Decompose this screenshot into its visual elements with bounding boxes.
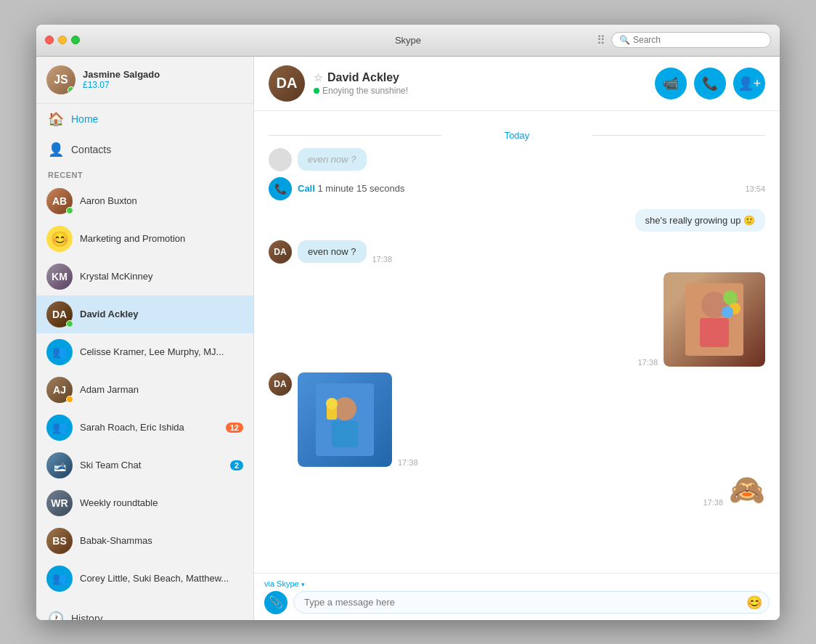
chat-header-actions: 📹 📞 👤+ [655,68,765,99]
via-skype: via Skype ▾ [264,579,770,588]
call-text: Call 1 minute 15 seconds [298,183,404,194]
message-input[interactable] [293,591,770,614]
contact-avatar: BS [46,528,73,554]
chat-avatar: DA [269,65,305,102]
call-row: 📞 Call 1 minute 15 seconds 13:54 [269,177,765,200]
sidebar-item-home[interactable]: 🏠 Home [36,104,253,134]
avatar-image: WR [46,490,73,516]
titlebar-search-area: ⠿ 🔍 [597,32,771,48]
voice-call-button[interactable]: 📞 [694,68,726,99]
message-row: 17:38 🙈 [269,473,765,507]
add-contact-button[interactable]: 👤+ [733,68,765,99]
avatar-image: 🎿 [46,452,73,478]
contact-avatar: WR [46,490,73,516]
badge: 2 [230,460,243,470]
message-bubble: she's really growing up 🙂 [635,209,765,232]
list-item[interactable]: 👥 Corey Little, Suki Beach, Matthew... [36,560,253,598]
status-dot [66,207,73,214]
contact-name: David Ackley [80,309,243,319]
list-item[interactable]: AB Aaron Buxton [36,182,253,220]
window-title: Skype [395,35,421,46]
sidebar-item-history[interactable]: 🕐 History [36,603,253,620]
dropdown-arrow-icon[interactable]: ▾ [301,581,305,588]
badge: 12 [226,423,243,433]
list-item[interactable]: 😊 Marketing and Promotion [36,220,253,258]
list-item[interactable]: BS Babak-Shammas [36,522,253,560]
contact-avatar: AJ [46,377,73,403]
minimize-button[interactable] [58,36,67,44]
emoji-button[interactable]: 😊 [746,595,762,611]
online-dot [314,88,319,94]
svg-point-3 [723,290,738,305]
list-item[interactable]: DA David Ackley [36,295,253,333]
input-wrapper: 😊 [293,591,770,614]
online-status-dot [68,86,75,94]
chat-header-info: ☆ David Ackley Enoying the sunshine! [314,71,655,96]
msg-avatar: DA [269,372,292,396]
message-time: 17:38 [372,255,393,264]
video-call-button[interactable]: 📹 [655,68,687,99]
contact-avatar: 👥 [46,415,73,441]
call-icon: 📞 [269,177,292,200]
message-row: DA even now ? 17:38 [269,240,765,264]
traffic-lights [45,36,80,44]
list-item[interactable]: 🎿 Ski Team Chat 2 [36,447,253,484]
contact-name: Corey Little, Suki Beach, Matthew... [80,573,243,584]
svg-point-10 [326,398,338,409]
message-bubble: even now ? [298,240,367,263]
message-row: DA [269,372,765,467]
message-bubble: even now ? [298,148,367,171]
search-input[interactable] [633,35,763,45]
chat-messages: Today even now ? 📞 Call 1 minute 15 seco… [254,111,780,573]
contact-avatar: KM [46,264,73,290]
search-box[interactable]: 🔍 [611,32,771,48]
message-row: she's really growing up 🙂 [269,209,765,232]
sidebar-item-contacts[interactable]: 👤 Contacts [36,134,253,165]
avatar-image: 👥 [46,415,73,441]
home-label: Home [71,113,98,125]
contact-avatar: 😊 [46,226,73,252]
history-label: History [71,613,103,620]
list-item[interactable]: 👥 Sarah Roach, Eric Ishida 12 [36,409,253,447]
photo-placeholder [298,372,392,467]
home-icon: 🏠 [48,111,64,127]
status-dot [66,396,73,403]
avatar: JS [46,65,76,94]
contact-name: Weekly roundtable [80,497,243,508]
list-item[interactable]: KM Krystal McKinney [36,258,253,295]
photo-message [664,272,765,367]
message-time: 17:38 [637,358,658,367]
contact-name: Celisse Kramer, Lee Murphy, MJ... [80,346,243,357]
close-button[interactable] [45,36,54,44]
svg-point-5 [722,306,733,318]
phone-icon: 📞 [702,76,718,91]
user-credit: £13.07 [83,80,243,90]
sidebar: JS Jasmine Salgado £13.07 🏠 Home 👤 Conta… [36,57,254,620]
grid-icon[interactable]: ⠿ [597,33,605,47]
msg-avatar [269,148,292,171]
history-icon: 🕐 [48,611,64,620]
list-item[interactable]: WR Weekly roundtable [36,484,253,522]
avatar-image: 👥 [46,339,73,365]
message-row: even now ? [269,148,765,171]
attach-button[interactable]: 📎 [264,591,287,614]
msg-avatar: DA [269,240,292,264]
svg-rect-8 [332,421,358,447]
star-icon[interactable]: ☆ [314,72,323,83]
list-item[interactable]: 👥 Celisse Kramer, Lee Murphy, MJ... [36,333,253,371]
chat-contact-status: Enoying the sunshine! [314,86,655,96]
maximize-button[interactable] [71,36,80,44]
video-icon: 📹 [663,76,679,91]
contacts-icon: 👤 [48,142,64,158]
avatar-image: KM [46,264,73,290]
contacts-label: Contacts [71,144,111,155]
status-dot [66,320,73,327]
user-info: Jasmine Salgado £13.07 [83,69,243,90]
emoji-message: 🙈 [729,473,765,507]
search-icon: 🔍 [619,35,630,45]
avatar-image: 😊 [46,226,73,252]
contact-name: Ski Team Chat [80,460,223,470]
chat-area: DA ☆ David Ackley Enoying the sunshine! … [254,57,780,620]
list-item[interactable]: AJ Adam Jarman [36,371,253,409]
contact-name: Adam Jarman [80,384,243,395]
